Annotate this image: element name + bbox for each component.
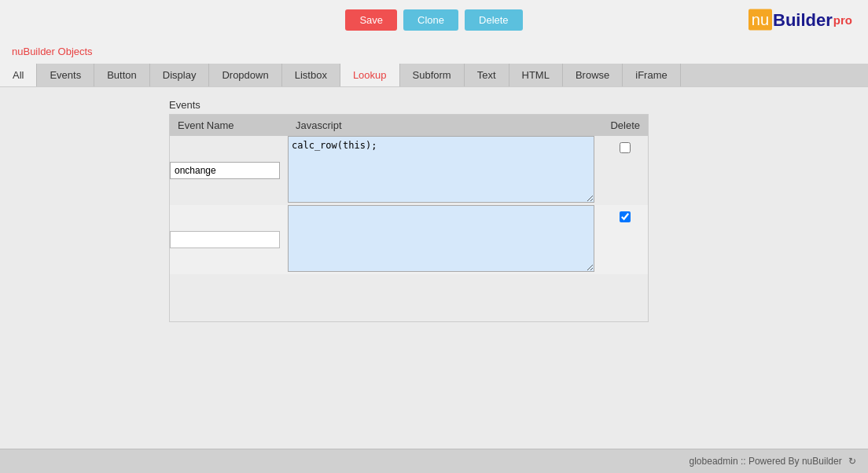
col-header-delete: Delete (602, 115, 648, 136)
events-table: Event Name Javascript Delete calc_row(th… (170, 115, 648, 321)
event-js-textarea-1[interactable]: calc_row(this); (288, 136, 594, 203)
refresh-icon[interactable]: ↻ (848, 456, 856, 467)
top-bar: Save Clone Delete nu Builder pro (0, 0, 868, 39)
tab-listbox[interactable]: Listbox (282, 64, 340, 86)
toolbar-buttons: Save Clone Delete (345, 9, 522, 31)
tab-display[interactable]: Display (150, 64, 210, 86)
clone-button[interactable]: Clone (403, 9, 458, 31)
col-header-event-name: Event Name (170, 115, 288, 136)
event-js-cell-1: calc_row(this); (288, 136, 602, 205)
footer: globeadmin :: Powered By nuBuilder ↻ (0, 449, 868, 473)
event-name-input-1[interactable] (170, 162, 280, 179)
table-row (170, 205, 648, 274)
col-header-javascript: Javascript (288, 115, 602, 136)
event-js-textarea-2[interactable] (288, 205, 594, 272)
event-delete-cell-1 (602, 136, 648, 205)
tab-dropdown[interactable]: Dropdown (209, 64, 281, 86)
tab-browse[interactable]: Browse (563, 64, 623, 86)
logo-nu: nu (748, 9, 772, 31)
logo-pro: pro (833, 13, 852, 27)
tab-text[interactable]: Text (465, 64, 509, 86)
tab-lookup[interactable]: Lookup (340, 64, 400, 86)
save-button[interactable]: Save (345, 9, 397, 31)
events-section-wrapper: Events Event Name Javascript Delete (169, 99, 649, 322)
event-name-input-2[interactable] (170, 231, 280, 248)
tab-all[interactable]: All (0, 64, 37, 86)
tabs-bar: All Events Button Display Dropdown Listb… (0, 64, 868, 87)
table-row-empty-3 (170, 274, 648, 321)
tab-button[interactable]: Button (94, 64, 150, 86)
delete-checkbox-1[interactable] (620, 142, 631, 153)
event-name-cell-1 (170, 136, 288, 205)
empty-cell-3a (170, 274, 288, 321)
tab-events[interactable]: Events (37, 64, 94, 86)
footer-text: globeadmin :: Powered By nuBuilder (690, 456, 842, 467)
table-row: calc_row(this); (170, 136, 648, 205)
tab-iframe[interactable]: iFrame (623, 64, 680, 86)
events-table-body: calc_row(this); (170, 136, 648, 321)
main-content: Events Event Name Javascript Delete (0, 87, 868, 449)
event-js-cell-2 (288, 205, 602, 274)
events-section-title: Events (169, 99, 649, 111)
logo-builder: Builder (773, 9, 833, 30)
events-scroll-wrapper[interactable]: Event Name Javascript Delete calc_row(th… (169, 114, 649, 322)
logo: nu Builder pro (748, 9, 852, 31)
delete-button[interactable]: Delete (465, 9, 523, 31)
empty-cell-3c (602, 274, 648, 321)
tab-subform[interactable]: Subform (400, 64, 465, 86)
tab-html[interactable]: HTML (509, 64, 563, 86)
app-title: nuBuilder Objects (0, 39, 868, 64)
event-delete-cell-2 (602, 205, 648, 274)
events-table-header: Event Name Javascript Delete (170, 115, 648, 136)
empty-cell-3b (288, 274, 602, 321)
event-name-cell-2 (170, 205, 288, 274)
delete-checkbox-2[interactable] (620, 211, 631, 222)
